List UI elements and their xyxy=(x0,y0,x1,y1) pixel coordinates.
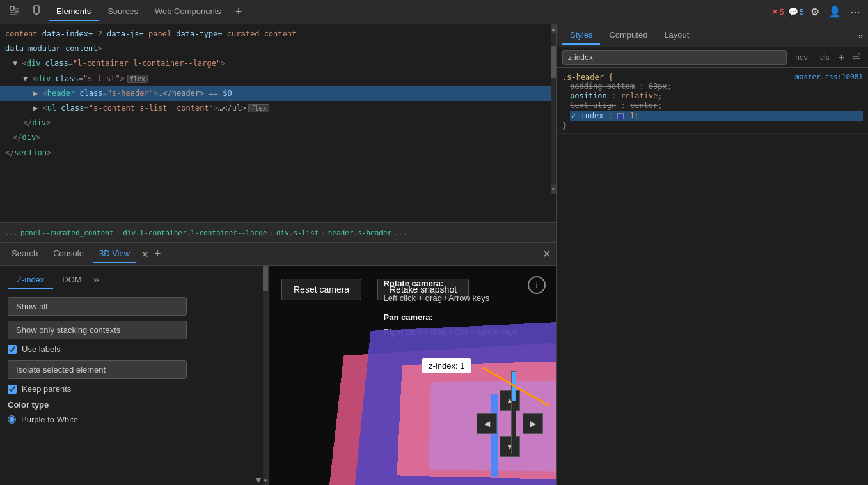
scroll-track xyxy=(551,33,556,185)
tree-line: data-modular-content> xyxy=(0,42,556,56)
scroll-down-arrow[interactable]: ▼ xyxy=(551,185,556,194)
color-swatch[interactable] xyxy=(617,113,624,119)
prop-z-index: z-index xyxy=(571,111,604,120)
isolate-selected-button[interactable]: Isolate selected element xyxy=(8,360,187,379)
scroll-thumb[interactable] xyxy=(551,46,556,78)
pan-camera-label: Pan camera: xyxy=(383,310,517,325)
back-style-button[interactable]: ⏎ xyxy=(849,50,863,65)
styles-filter-input[interactable] xyxy=(562,50,787,65)
nav-down-row: ▼ xyxy=(477,436,543,457)
dropdown-arrow[interactable]: ▼ xyxy=(254,475,263,485)
nav-arrows: ▲ ◀ ▶ ▼ xyxy=(477,390,543,459)
tab-3d-view[interactable]: 3D View xyxy=(93,245,136,263)
use-labels-checkbox[interactable] xyxy=(8,345,17,354)
styles-panel: Styles Computed Layout » :hov .cls + ⏎ .… xyxy=(556,24,868,485)
breadcrumb-item-1[interactable]: div.l-container.l-container--large xyxy=(123,229,267,237)
rule-line-position: position : relative; xyxy=(570,91,863,100)
keep-parents-label: Keep parents xyxy=(22,384,71,394)
scroll-up-arrow[interactable]: ▲ xyxy=(551,24,556,33)
reset-camera-button[interactable]: Reset camera xyxy=(281,279,361,300)
nav-left-button[interactable]: ◀ xyxy=(477,413,497,434)
tab-computed[interactable]: Computed xyxy=(601,26,655,45)
rule-origin[interactable]: master.css:10081 xyxy=(795,73,863,81)
show-all-button[interactable]: Show all xyxy=(8,297,187,316)
close-3d-tab-button[interactable]: ✕ xyxy=(139,249,152,259)
tab-web-components[interactable]: Web Components xyxy=(147,3,229,21)
breadcrumb-more[interactable]: ... xyxy=(394,229,407,237)
zindex-tab-dom[interactable]: DOM xyxy=(53,271,90,289)
prop-position: position xyxy=(570,91,607,100)
val-position: relative xyxy=(620,91,658,100)
canvas-3d[interactable]: Reset camera Retake snapshot Rotate came… xyxy=(269,266,556,485)
breadcrumb-item-2[interactable]: div.s-list xyxy=(276,229,319,237)
tree-line: </section> xyxy=(0,146,556,160)
nav-mid-row: ◀ ▶ xyxy=(477,413,543,434)
nav-down-button[interactable]: ▼ xyxy=(500,436,520,457)
rule-line-textalign: text-align : center; xyxy=(570,101,863,110)
add-bottom-tab-button[interactable]: + xyxy=(154,247,161,261)
close-panel-button[interactable]: ✕ xyxy=(542,248,551,260)
nav-up-row: ▲ xyxy=(477,390,543,411)
breadcrumb: ... panel--curated_content › div.l-conta… xyxy=(0,222,556,243)
attr-line-1: content xyxy=(5,29,42,38)
tab-console[interactable]: Console xyxy=(47,245,90,263)
more-zindex-tabs-button[interactable]: » xyxy=(91,271,102,289)
use-labels-row: Use labels xyxy=(8,344,260,354)
tab-layout[interactable]: Layout xyxy=(656,26,697,45)
show-stacking-button[interactable]: Show only stacking contexts xyxy=(8,321,187,339)
breadcrumb-item-3[interactable]: header.s-header xyxy=(328,229,391,237)
tree-line-selected[interactable]: ▶ <header class="s-header">…</header> ==… xyxy=(0,86,556,101)
pseudo-filter-button[interactable]: :hov xyxy=(789,51,812,64)
tree-line: </div> xyxy=(0,130,556,145)
elements-scrollbar[interactable]: ▲ ▼ xyxy=(551,24,556,194)
rule-block: .s-header { master.css:10081 padding-bot… xyxy=(557,70,868,134)
rule-body: padding-bottom : 60px; position : relati… xyxy=(562,82,863,121)
error-count: 5 xyxy=(780,7,784,17)
zindex-tab-zindex[interactable]: Z-index xyxy=(8,271,53,289)
sidebar-scroll-thumb[interactable] xyxy=(263,266,268,291)
zindex-tooltip: z-index: 1 xyxy=(422,358,471,373)
info-button[interactable]: i xyxy=(528,276,546,294)
color-type-row: Purple to White xyxy=(8,415,260,424)
svg-rect-1 xyxy=(34,6,39,13)
device-button[interactable] xyxy=(27,3,46,22)
tab-styles[interactable]: Styles xyxy=(562,26,600,45)
add-tab-button[interactable]: + xyxy=(232,5,246,19)
inspect-button[interactable] xyxy=(5,3,24,22)
tab-sources[interactable]: Sources xyxy=(100,3,146,21)
keep-parents-row: Keep parents xyxy=(8,384,260,394)
keep-parents-checkbox[interactable] xyxy=(8,385,17,394)
add-style-button[interactable]: + xyxy=(836,50,847,65)
elements-tree[interactable]: content data-index= 2 data-js= panel dat… xyxy=(0,24,556,194)
nav-right-button[interactable]: ▶ xyxy=(523,413,543,434)
tree-line: </div> xyxy=(0,116,556,130)
main-tab-nav: Elements Sources Web Components xyxy=(49,3,229,21)
color-type-radio[interactable] xyxy=(8,415,16,424)
top-toolbar: Elements Sources Web Components + ✕ 5 💬 … xyxy=(0,0,868,24)
bottom-panel: Search Console 3D View ✕ + ✕ Z-index DOM… xyxy=(0,243,556,485)
tab-elements[interactable]: Elements xyxy=(49,3,99,21)
elements-panel: content data-index= 2 data-js= panel dat… xyxy=(0,24,556,485)
bottom-content: Z-index DOM » Show all Show only stackin… xyxy=(0,266,556,485)
prop-text-align: text-align xyxy=(570,101,616,110)
zindex-sidebar: Z-index DOM » Show all Show only stackin… xyxy=(0,266,269,485)
breadcrumb-item-0[interactable]: panel--curated_content xyxy=(20,229,114,237)
warn-badge[interactable]: 💬 5 xyxy=(788,7,804,17)
styles-more-button[interactable]: » xyxy=(858,31,863,41)
settings-button[interactable]: ⚙ xyxy=(808,3,822,20)
sidebar-scroll-down[interactable]: ▼ xyxy=(263,476,268,485)
tab-search[interactable]: Search xyxy=(5,245,44,263)
profile-button[interactable]: 👤 xyxy=(826,3,844,20)
bottom-tabs: Search Console 3D View ✕ + ✕ xyxy=(0,243,556,266)
error-badge[interactable]: ✕ 5 xyxy=(771,7,784,17)
tree-line: ▼ <div class="s-list">flex xyxy=(0,72,556,86)
zindex-tabs: Z-index DOM » xyxy=(8,271,260,289)
tree-line: content data-index= 2 data-js= panel dat… xyxy=(0,27,556,42)
sidebar-scrollbar[interactable]: ▲ ▼ xyxy=(263,266,268,485)
prop-padding-bottom: padding-bottom xyxy=(570,82,635,91)
more-button[interactable]: ⋯ xyxy=(848,3,863,20)
cls-filter-button[interactable]: .cls xyxy=(814,51,833,64)
rotate-camera-label: Rotate camera: xyxy=(383,276,517,291)
nav-up-button[interactable]: ▲ xyxy=(500,390,520,411)
styles-content[interactable]: .s-header { master.css:10081 padding-bot… xyxy=(557,68,868,485)
